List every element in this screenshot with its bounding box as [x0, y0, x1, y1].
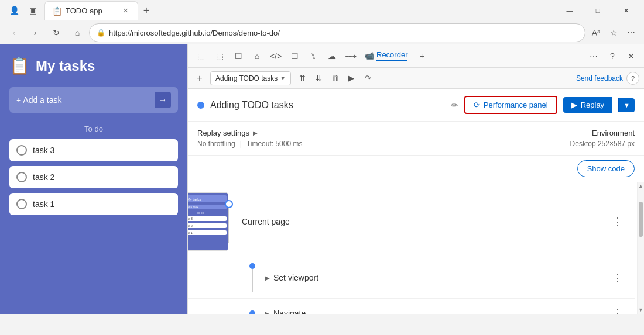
- performance-tab-icon[interactable]: ⑊: [305, 48, 321, 64]
- todo-app-title: My tasks: [36, 58, 95, 74]
- favorites-icon[interactable]: ☆: [605, 25, 622, 41]
- go-to-start-btn[interactable]: ⇈: [294, 71, 310, 86]
- scroll-thumb[interactable]: [639, 202, 643, 237]
- environment-value: Desktop 252×587 px: [570, 140, 635, 148]
- table-row: ▶ Set viewport ⋮: [188, 257, 635, 299]
- url-bar[interactable]: 🔒 https://microsoftedge.github.io/Demos/…: [89, 23, 585, 42]
- show-code-button[interactable]: Show code: [577, 160, 635, 177]
- profile-icon[interactable]: 👤: [5, 1, 23, 20]
- step-title-label-2: Set viewport: [273, 273, 318, 282]
- svg-text:To do: To do: [197, 211, 204, 215]
- add-recording-btn[interactable]: +: [193, 71, 207, 85]
- step-more-btn-3[interactable]: ⋮: [610, 305, 625, 314]
- recorder-tab-label: Recorder: [376, 50, 407, 61]
- devtools-close-icon[interactable]: ✕: [623, 48, 639, 64]
- device-emulation-icon[interactable]: ⬚: [211, 48, 228, 64]
- step-content-3: ▶ Navigate: [265, 309, 610, 314]
- step-content-2: ▶ Set viewport: [265, 273, 610, 282]
- step-timeline-1: 📋 My tasks + Add a task To do ○ task 3 ○…: [188, 192, 223, 251]
- back-button[interactable]: ‹: [5, 23, 23, 42]
- inspect-element-icon[interactable]: ⬚: [193, 48, 209, 64]
- subtoolbar-help-btn[interactable]: ?: [626, 72, 639, 85]
- todo-app-icon: 📋: [9, 56, 30, 75]
- svg-rect-6: [188, 216, 227, 221]
- performance-panel-button[interactable]: ⟳ Performance panel: [464, 96, 557, 114]
- title-bar: 👤 ▣ 📋 TODO app ✕ + — □ ✕: [0, 0, 644, 21]
- devtools-panel: ⬚ ⬚ ☐ ⌂ </> ☐ ⑊ ☁ ⟿ 📹 Recorder + ⋯ ? ✕: [187, 44, 644, 314]
- replay-dropdown-button[interactable]: ▼: [618, 98, 635, 112]
- step-more-btn-1[interactable]: ⋮: [610, 213, 625, 230]
- more-options-icon[interactable]: ⋯: [585, 48, 602, 64]
- replay-play-icon: ▶: [571, 101, 577, 109]
- application-tab-icon[interactable]: ⟿: [342, 48, 359, 64]
- replay-settings-label: Replay settings: [197, 129, 249, 137]
- step-title-navigate[interactable]: ▶ Navigate: [265, 309, 610, 314]
- task-checkbox-1[interactable]: [16, 145, 27, 156]
- edit-title-icon[interactable]: ✏: [451, 101, 458, 110]
- step-more-btn-2[interactable]: ⋮: [610, 269, 625, 286]
- step-expand-arrow-3: ▶: [265, 310, 270, 315]
- go-to-end-btn[interactable]: ⇊: [311, 71, 326, 86]
- svg-rect-10: [188, 230, 227, 235]
- network-tab-icon[interactable]: ☐: [286, 48, 303, 64]
- forward-button[interactable]: ›: [26, 23, 44, 42]
- read-aloud-icon[interactable]: Aᵃ: [588, 25, 604, 41]
- send-feedback-link[interactable]: Send feedback: [576, 74, 623, 82]
- replay-button[interactable]: ▶ Replay: [563, 97, 612, 113]
- play-btn[interactable]: ▶: [344, 71, 359, 86]
- add-task-bar[interactable]: + Add a task →: [9, 87, 178, 113]
- list-item[interactable]: task 2: [9, 166, 178, 188]
- step-expand-arrow-2: ▶: [265, 275, 270, 281]
- settings-details: No throttling | Timeout: 5000 ms: [197, 140, 570, 148]
- step-thumbnail: 📋 My tasks + Add a task To do ○ task 3 ○…: [188, 192, 228, 251]
- steps-container: 📋 My tasks + Add a task To do ○ task 3 ○…: [188, 182, 644, 314]
- tab-recorder[interactable]: 📹 Recorder: [361, 44, 411, 67]
- svg-text:○ task 2: ○ task 2: [188, 224, 193, 227]
- recording-actions: ⇈ ⇊ 🗑 ▶ ↷: [294, 71, 375, 86]
- sources-tab-icon[interactable]: </>: [268, 48, 284, 64]
- sidebar-toggle[interactable]: ▣: [23, 1, 42, 20]
- workflow-selector[interactable]: Adding TODO tasks ▼: [210, 71, 291, 85]
- todo-header: 📋 My tasks: [9, 56, 178, 75]
- more-tools-icon[interactable]: ⋯: [623, 25, 639, 41]
- list-item[interactable]: task 1: [9, 193, 178, 215]
- lock-icon: 🔒: [97, 29, 105, 37]
- task-checkbox-2[interactable]: [16, 172, 27, 182]
- refresh-button[interactable]: ↻: [47, 23, 66, 42]
- scrollbar[interactable]: ▲ ▼: [637, 182, 644, 314]
- memory-tab-icon[interactable]: ☁: [324, 48, 340, 64]
- svg-text:📋 My tasks: 📋 My tasks: [188, 197, 201, 202]
- scroll-up-btn[interactable]: ▲: [638, 182, 644, 190]
- console-icon[interactable]: ☐: [230, 48, 246, 64]
- help-icon[interactable]: ?: [604, 48, 621, 64]
- tab-close-btn[interactable]: ✕: [121, 6, 131, 16]
- new-tab-button[interactable]: +: [138, 2, 155, 19]
- tab-favicon: 📋: [52, 6, 62, 16]
- elements-tab-icon[interactable]: ⌂: [249, 48, 265, 64]
- add-tab-icon[interactable]: +: [413, 48, 430, 64]
- minimize-button[interactable]: —: [556, 1, 583, 20]
- perf-panel-label: Performance panel: [484, 101, 548, 109]
- step-over-btn[interactable]: ↷: [360, 71, 375, 86]
- list-item[interactable]: task 3: [9, 139, 178, 161]
- step-title-current-page[interactable]: Current page: [242, 217, 610, 226]
- main-area: 📋 My tasks + Add a task → To do task 3 t…: [0, 44, 644, 314]
- browser-tab-todo[interactable]: 📋 TODO app ✕: [44, 1, 138, 20]
- scroll-down-btn[interactable]: ▼: [638, 306, 644, 314]
- task-label-3: task 1: [33, 199, 54, 209]
- close-button[interactable]: ✕: [612, 1, 639, 20]
- window-controls: — □ ✕: [556, 1, 639, 20]
- step-title-set-viewport[interactable]: ▶ Set viewport: [265, 273, 610, 282]
- svg-rect-8: [188, 223, 227, 228]
- step-title-label-3: Navigate: [273, 309, 306, 314]
- devtools-content: Adding TODO tasks ✏ ⟳ Performance panel …: [188, 89, 644, 314]
- devtools-toolbar: ⬚ ⬚ ☐ ⌂ </> ☐ ⑊ ☁ ⟿ 📹 Recorder + ⋯ ? ✕: [188, 44, 644, 68]
- delete-recording-btn[interactable]: 🗑: [327, 71, 342, 86]
- maximize-button[interactable]: □: [584, 1, 611, 20]
- environment-section: Environment Desktop 252×587 px: [570, 129, 635, 148]
- home-button[interactable]: ⌂: [68, 23, 87, 42]
- replay-settings-title[interactable]: Replay settings ▶: [197, 129, 570, 137]
- task-checkbox-3[interactable]: [16, 199, 27, 209]
- tab-title: TODO app: [66, 6, 117, 15]
- replay-settings: Replay settings ▶ No throttling | Timeou…: [197, 129, 570, 148]
